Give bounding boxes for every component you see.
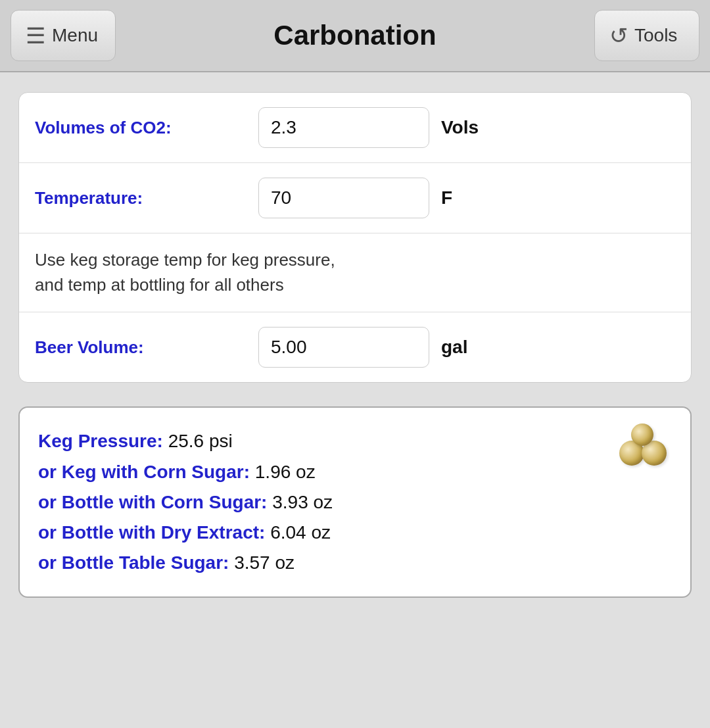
volume-unit: gal <box>441 337 467 358</box>
temp-input[interactable] <box>258 178 429 218</box>
keg-corn-label: or Keg with Corn Sugar: <box>38 462 250 482</box>
menu-label: Menu <box>52 25 98 46</box>
keg-pressure-label: Keg Pressure: <box>38 431 163 451</box>
menu-icon: ☰ <box>26 22 45 49</box>
keg-pressure-line: Keg Pressure: 25.6 psi <box>38 426 672 456</box>
results-card: Keg Pressure: 25.6 psi or Keg with Corn … <box>18 406 692 598</box>
temp-info-text: Use keg storage temp for keg pressure,an… <box>35 248 335 297</box>
keg-corn-value: 1.96 oz <box>255 462 316 482</box>
input-card: Volumes of CO2: Vols Temperature: F Use … <box>18 92 692 383</box>
temp-field-wrap: F <box>258 178 675 218</box>
bottle-corn-value: 3.93 oz <box>272 492 333 512</box>
co2-label: Volumes of CO2: <box>35 118 258 138</box>
main-content: Volumes of CO2: Vols Temperature: F Use … <box>0 72 710 618</box>
bottle-dry-value: 6.04 oz <box>270 522 331 543</box>
menu-button[interactable]: ☰ Menu <box>11 10 116 61</box>
keg-pressure-value: 25.6 psi <box>168 431 233 451</box>
temp-info-row: Use keg storage temp for keg pressure,an… <box>19 233 691 312</box>
bubble-group <box>619 422 672 468</box>
temp-label: Temperature: <box>35 188 258 208</box>
bottle-table-line: or Bottle Table Sugar: 3.57 oz <box>38 548 672 578</box>
tools-label: Tools <box>634 25 677 46</box>
keg-corn-line: or Keg with Corn Sugar: 1.96 oz <box>38 457 672 487</box>
co2-input[interactable] <box>258 107 429 148</box>
temp-unit: F <box>441 187 452 208</box>
tools-button[interactable]: ↺ Tools <box>594 10 699 61</box>
bottle-table-value: 3.57 oz <box>234 552 295 573</box>
bubble-decoration <box>619 422 672 468</box>
co2-field-wrap: Vols <box>258 107 675 148</box>
bottle-dry-label: or Bottle with Dry Extract: <box>38 522 265 543</box>
volume-input[interactable] <box>258 327 429 368</box>
app-header: ☰ Menu Carbonation ↺ Tools <box>0 0 710 72</box>
temp-row: Temperature: F <box>19 163 691 233</box>
bottle-dry-line: or Bottle with Dry Extract: 6.04 oz <box>38 518 672 548</box>
volume-row: Beer Volume: gal <box>19 312 691 382</box>
volume-field-wrap: gal <box>258 327 675 368</box>
page-title: Carbonation <box>116 20 594 51</box>
co2-row: Volumes of CO2: Vols <box>19 93 691 163</box>
volume-label: Beer Volume: <box>35 337 258 358</box>
bottle-table-label: or Bottle Table Sugar: <box>38 552 229 573</box>
tools-icon: ↺ <box>609 22 628 49</box>
co2-unit: Vols <box>441 117 479 138</box>
bottle-corn-label: or Bottle with Corn Sugar: <box>38 492 267 512</box>
bottle-corn-line: or Bottle with Corn Sugar: 3.93 oz <box>38 487 672 518</box>
